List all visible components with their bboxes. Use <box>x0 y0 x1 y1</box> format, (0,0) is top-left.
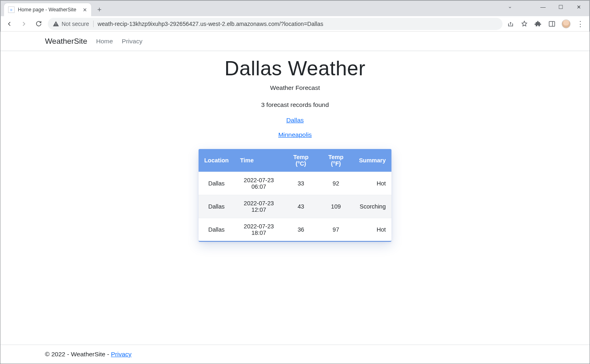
new-tab-button[interactable]: + <box>94 4 105 15</box>
browser-tab[interactable]: ≡ Home page - WeatherSite ✕ <box>4 3 91 16</box>
table-row: Dallas 2022-07-23 12:07 43 109 Scorching <box>199 195 391 218</box>
page-heading: Dallas Weather <box>0 57 590 80</box>
forecast-table: Location Time Temp (°C) Temp (°F) Summar… <box>199 149 391 241</box>
bookmark-star-icon[interactable] <box>520 20 528 28</box>
main-content: Dallas Weather Weather Forecast 3 foreca… <box>0 51 590 345</box>
cell-temp-f: 109 <box>319 195 353 218</box>
cell-time: 2022-07-23 06:07 <box>234 172 283 195</box>
cell-location: Dallas <box>199 218 234 241</box>
forecast-table-card: Location Time Temp (°C) Temp (°F) Summar… <box>199 149 391 242</box>
not-secure-label: Not secure <box>62 21 89 27</box>
location-link-dallas[interactable]: Dallas <box>0 117 590 124</box>
table-header-row: Location Time Temp (°C) Temp (°F) Summar… <box>199 149 391 172</box>
not-secure-badge: Not secure <box>53 21 89 27</box>
tab-close-icon[interactable]: ✕ <box>83 7 87 13</box>
back-button[interactable] <box>4 19 15 29</box>
site-navbar: WeatherSite Home Privacy <box>0 32 590 51</box>
cell-location: Dallas <box>199 172 234 195</box>
location-link-minneapolis[interactable]: Minneapolis <box>0 131 590 138</box>
cell-summary: Hot <box>353 172 391 195</box>
window-close-button[interactable]: ✕ <box>570 1 588 13</box>
reload-button[interactable] <box>33 19 44 29</box>
address-bar[interactable]: Not secure weath-recip-13khzp9ixuhp3-292… <box>48 18 502 30</box>
favicon-icon: ≡ <box>8 6 15 13</box>
footer-privacy-link[interactable]: Privacy <box>111 351 132 358</box>
side-panel-icon[interactable] <box>548 20 556 28</box>
cell-temp-f: 97 <box>319 218 353 241</box>
cell-temp-c: 33 <box>283 172 319 195</box>
window-maximize-button[interactable]: ☐ <box>552 1 570 13</box>
site-footer: © 2022 - WeatherSite - Privacy <box>0 345 590 364</box>
cell-location: Dallas <box>199 195 234 218</box>
tab-title: Home page - WeatherSite <box>18 7 76 13</box>
window-minimize-button[interactable]: — <box>534 1 552 13</box>
cell-summary: Hot <box>353 218 391 241</box>
warning-icon <box>53 21 59 27</box>
col-location: Location <box>199 149 234 172</box>
nav-privacy[interactable]: Privacy <box>122 38 143 45</box>
tabs-dropdown-icon[interactable]: ⌄ <box>508 3 512 9</box>
table-row: Dallas 2022-07-23 18:07 36 97 Hot <box>199 218 391 241</box>
col-summary: Summary <box>353 149 391 172</box>
brand[interactable]: WeatherSite <box>45 37 87 46</box>
cell-summary: Scorching <box>353 195 391 218</box>
kebab-menu-icon[interactable]: ⋮ <box>576 20 584 28</box>
record-count: 3 forecast records found <box>0 101 590 109</box>
profile-avatar[interactable] <box>562 19 571 28</box>
cell-time: 2022-07-23 12:07 <box>234 195 283 218</box>
browser-chrome: ≡ Home page - WeatherSite ✕ + ⌄ — ☐ ✕ <box>0 0 590 32</box>
svg-rect-0 <box>549 21 555 26</box>
share-icon[interactable] <box>507 20 515 28</box>
footer-text: © 2022 - WeatherSite - <box>45 351 111 358</box>
cell-temp-c: 36 <box>283 218 319 241</box>
cell-time: 2022-07-23 18:07 <box>234 218 283 241</box>
cell-temp-f: 92 <box>319 172 353 195</box>
extensions-icon[interactable] <box>534 20 542 28</box>
col-temp-c: Temp (°C) <box>283 149 319 172</box>
cell-temp-c: 43 <box>283 195 319 218</box>
browser-titlebar: ≡ Home page - WeatherSite ✕ + ⌄ — ☐ ✕ <box>1 1 589 16</box>
forward-button[interactable] <box>19 19 29 29</box>
address-separator <box>93 21 94 27</box>
col-time: Time <box>234 149 283 172</box>
address-url: weath-recip-13khzp9ixuhp3-292656427.us-w… <box>98 21 323 27</box>
browser-toolbar: Not secure weath-recip-13khzp9ixuhp3-292… <box>1 16 589 32</box>
nav-home[interactable]: Home <box>96 38 113 45</box>
page-subtitle: Weather Forecast <box>0 84 590 92</box>
table-row: Dallas 2022-07-23 06:07 33 92 Hot <box>199 172 391 195</box>
col-temp-f: Temp (°F) <box>319 149 353 172</box>
